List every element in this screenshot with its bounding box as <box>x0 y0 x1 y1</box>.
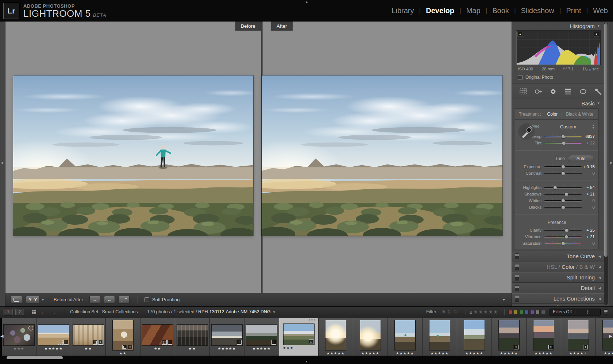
radial-filter-tool[interactable] <box>578 87 588 96</box>
filmstrip-scroll-left-icon[interactable]: ◀ <box>0 334 3 338</box>
filmstrip-scrollbar[interactable] <box>0 356 613 360</box>
unflagged-filter-icon[interactable]: ⚐ <box>447 309 453 315</box>
color-label-swatch-4[interactable] <box>530 310 534 314</box>
thumbnail-desert-road[interactable]: ±★★★★★ <box>36 318 71 356</box>
detail-enable-toggle[interactable] <box>515 285 519 291</box>
exposure-slider[interactable] <box>544 164 582 169</box>
selected-filename[interactable]: RPH-130112-Adobe-NM-7452.DNG <box>198 309 270 314</box>
histogram-graph[interactable]: ▲ ▲ <box>516 31 600 65</box>
hsl-color-bw-expand-icon[interactable]: ◀ <box>598 265 601 269</box>
contrast-slider[interactable] <box>544 171 582 176</box>
thumbnail-star-rating[interactable]: ★★★★★ <box>45 346 63 351</box>
copy-badge-icon[interactable] <box>162 340 167 345</box>
develop-badge-icon[interactable]: ± <box>514 345 518 349</box>
panel-header-tone-curve[interactable]: Tone Curve◀ <box>512 251 604 262</box>
thumbnail-tool-wall[interactable]: ±★★ <box>71 318 106 356</box>
tone-curve-enable-toggle[interactable] <box>515 253 519 259</box>
thumbnail-treeline[interactable]: ±★★★★★ <box>244 318 279 356</box>
tint-slider[interactable] <box>544 140 582 146</box>
filter-star-icon[interactable]: ★ <box>489 309 494 315</box>
after-photo[interactable] <box>262 75 502 236</box>
right-panel-scrollbar-thumb[interactable] <box>604 23 608 257</box>
develop-badge-icon[interactable]: ± <box>583 345 588 349</box>
white-balance-eyedropper[interactable] <box>518 123 535 140</box>
treatment-bw-option[interactable]: Black & White <box>566 112 593 117</box>
thumbnail-star-rating[interactable]: ★★★★★ <box>396 351 414 355</box>
swap-before-after-button[interactable]: →← <box>119 296 130 303</box>
auto-tone-button[interactable]: Auto <box>568 155 594 162</box>
thumbnail-photo[interactable] <box>177 325 208 345</box>
red-eye-correction-tool[interactable] <box>548 87 558 96</box>
temp-slider-thumb[interactable] <box>561 135 565 139</box>
tint-value[interactable]: + 22 <box>582 141 595 145</box>
color-label-swatch-1[interactable] <box>514 310 518 314</box>
develop-badge-icon[interactable]: ± <box>548 345 553 349</box>
contrast-slider-thumb[interactable] <box>561 171 565 175</box>
clarity-slider[interactable] <box>544 228 582 233</box>
left-panel-collapsed[interactable]: ◀ <box>0 22 5 306</box>
blacks-slider-thumb[interactable] <box>561 205 565 209</box>
thumbnail-dusk-peaks[interactable]: ±★★★★★ <box>492 318 527 356</box>
copy-badge-icon[interactable] <box>93 340 97 345</box>
thumbnail-storm[interactable]: ±★★★★★ <box>210 318 244 356</box>
thumbnail-photo[interactable]: ± <box>533 320 554 350</box>
thumbnail-hiker-green[interactable]: ★★★★★ <box>423 318 457 356</box>
module-tab-slideshow[interactable]: Slideshow <box>521 7 554 15</box>
thumbnail-photo[interactable] <box>4 325 34 345</box>
crop-badge-icon[interactable] <box>58 340 63 345</box>
thumbnail-options-dots-icon[interactable] <box>309 319 315 321</box>
thumbnail-photo[interactable]: ± <box>212 325 242 345</box>
view-mode-dropdown-caret-icon[interactable]: ▼ <box>41 298 45 302</box>
histogram-collapse-caret-icon[interactable]: ▼ <box>597 24 600 28</box>
thumbnail-sunrise[interactable]: ★★★★★ <box>319 318 353 356</box>
thumbnail-star-rating[interactable]: ★★★★★ <box>327 351 345 355</box>
collapse-right-panel-arrow-icon[interactable]: ▶ <box>610 161 613 164</box>
basic-collapse-caret-icon[interactable]: ▼ <box>597 101 600 105</box>
thumbnail-star-rating[interactable]: ★★ <box>189 346 196 351</box>
panel-header-detail[interactable]: Detail◀ <box>512 283 604 293</box>
breadcrumb[interactable]: Collection Set : Smart Collections <box>70 309 138 314</box>
thumbnail-photo[interactable] <box>360 320 381 350</box>
saturation-slider-thumb[interactable] <box>561 241 565 245</box>
rating-operator[interactable]: ≥ <box>470 309 472 315</box>
thumbnail-photo[interactable]: ± <box>284 324 314 345</box>
whites-slider-thumb[interactable] <box>561 199 565 203</box>
filter-star-icon[interactable]: ★ <box>493 309 498 315</box>
loupe-view-button[interactable] <box>11 296 22 303</box>
thumbnail-green-hills[interactable]: ±★★★ <box>279 318 319 356</box>
blacks-value[interactable]: 0 <box>582 205 595 209</box>
thumbnail-photo[interactable]: ± <box>246 325 277 345</box>
filter-star-icon[interactable]: ★ <box>474 309 479 315</box>
treatment-color-option[interactable]: Color <box>547 112 558 117</box>
temp-slider[interactable] <box>544 134 582 139</box>
grid-view-icon[interactable] <box>32 310 36 314</box>
main-window-button[interactable]: 1 <box>4 309 12 315</box>
thumbnail-star-rating[interactable]: ★★★★★ <box>218 346 236 351</box>
thumbnail-photo[interactable]: ± <box>142 325 173 345</box>
split-toning-expand-icon[interactable]: ◀ <box>598 276 601 279</box>
panel-header-hsl-color-bw[interactable]: HSL / Color / B & W◀ <box>512 262 604 272</box>
thumbnail-star-rating[interactable]: ★★★★★ <box>535 351 553 355</box>
flagged-filter-icon[interactable]: ⚑ <box>442 309 448 315</box>
highlight-clipping-indicator-icon[interactable]: ▲ <box>594 32 599 36</box>
go-back-arrow-icon[interactable]: ← <box>41 309 46 315</box>
wb-preset-value[interactable]: Custom <box>544 124 592 129</box>
color-label-swatch-6[interactable] <box>541 310 545 314</box>
thumbnail-hiker-blue[interactable]: ★★★★★ <box>388 318 423 356</box>
filter-preset-dropdown[interactable]: Filters Off ▲▼ <box>550 309 601 315</box>
module-tab-print[interactable]: Print <box>566 7 581 15</box>
shadows-slider-thumb[interactable] <box>564 192 568 196</box>
filename-dropdown-caret-icon[interactable]: ▼ <box>273 310 276 314</box>
highlights-slider-thumb[interactable] <box>553 186 557 190</box>
shadow-clipping-indicator-icon[interactable]: ▲ <box>517 32 523 36</box>
saturation-value[interactable]: 0 <box>582 241 595 245</box>
expand-left-panel-arrow-icon[interactable]: ◀ <box>1 161 3 164</box>
thumbnail-sunset-peaks[interactable]: ±★★★★★ <box>527 318 561 356</box>
color-label-swatch-2[interactable] <box>519 310 523 314</box>
right-panel-edge[interactable]: ▶ <box>609 22 613 306</box>
crop-overlay-tool[interactable] <box>518 87 528 96</box>
thumbnail-saddle[interactable]: ±★★ <box>140 318 175 356</box>
develop-badge-icon[interactable]: ± <box>128 345 132 349</box>
right-panel-scrollbar[interactable] <box>604 23 608 305</box>
module-tab-web[interactable]: Web <box>593 7 608 15</box>
